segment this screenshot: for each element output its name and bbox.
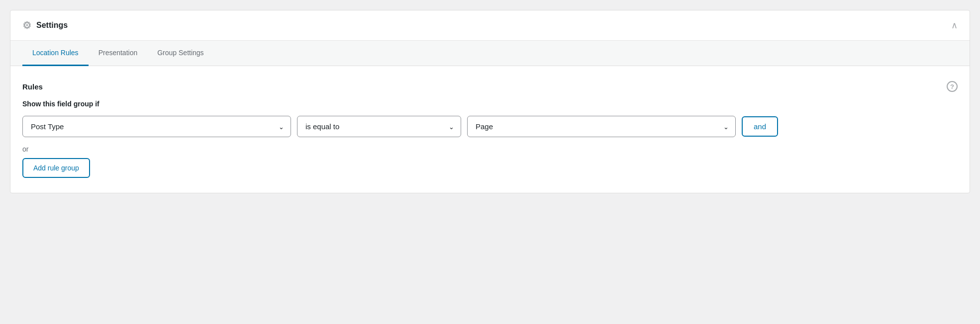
tab-group-settings[interactable]: Group Settings [147,41,213,66]
and-button[interactable]: and [742,116,778,137]
show-field-group-label: Show this field group if [22,100,958,108]
panel-header: ⚙ Settings ∧ [10,10,970,41]
value-select-wrapper: Page Post Home About ⌄ [467,116,736,137]
value-select[interactable]: Page Post Home About [467,116,736,137]
settings-panel: ⚙ Settings ∧ Location Rules Presentation… [10,10,970,193]
help-icon[interactable]: ? [947,81,958,92]
or-label: or [22,145,958,153]
tab-location-rules[interactable]: Location Rules [22,41,89,66]
tabs-bar: Location Rules Presentation Group Settin… [10,41,970,66]
collapse-icon[interactable]: ∧ [951,20,958,31]
section-header: Rules ? [22,81,958,92]
operator-select-wrapper: is equal to is not equal to ⌄ [297,116,461,137]
panel-body: Rules ? Show this field group if Post Ty… [10,66,970,193]
tab-presentation[interactable]: Presentation [89,41,148,66]
section-title: Rules [22,82,43,91]
panel-title: ⚙ Settings [22,19,68,31]
rule-row: Post Type Post Page User Media ⌄ is equa… [22,116,958,137]
panel-title-text: Settings [36,21,68,30]
post-type-select-wrapper: Post Type Post Page User Media ⌄ [22,116,291,137]
operator-select[interactable]: is equal to is not equal to [297,116,461,137]
gear-icon: ⚙ [22,19,31,31]
add-rule-group-button[interactable]: Add rule group [22,158,90,178]
post-type-select[interactable]: Post Type Post Page User Media [22,116,291,137]
